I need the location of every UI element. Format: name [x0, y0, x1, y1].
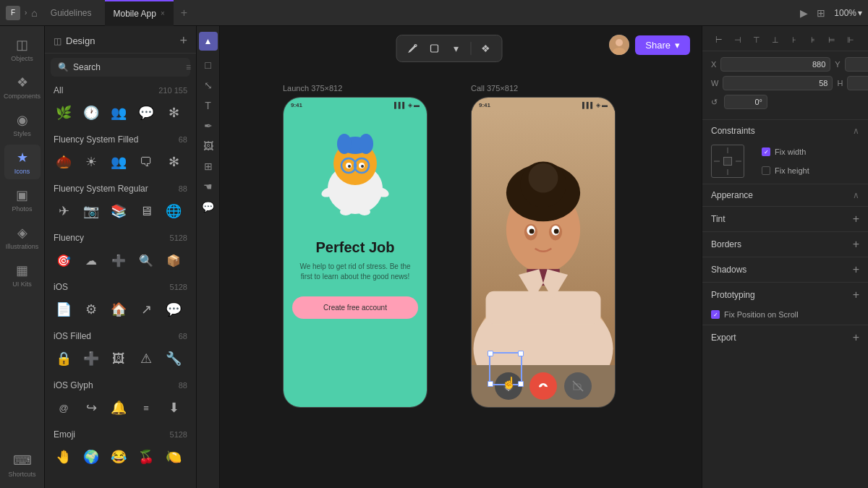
icon-cell[interactable]: 🖼	[106, 346, 132, 372]
text-tool[interactable]: T	[202, 97, 214, 114]
icon-cell[interactable]: 🕐	[78, 100, 104, 126]
zoom-control[interactable]: 100% ▾	[834, 8, 862, 18]
icon-cell[interactable]: 🏠	[106, 296, 132, 322]
y-input[interactable]	[845, 57, 868, 72]
tab-guidelines[interactable]: Guidelines	[42, 0, 101, 26]
align-right-button[interactable]: ⊤	[749, 32, 765, 48]
icon-cell[interactable]: ☀	[78, 149, 104, 175]
icon-cell[interactable]: 🔒	[51, 346, 77, 372]
icon-cell[interactable]: 🎯	[51, 247, 77, 273]
component-button[interactable]: ❖	[476, 38, 496, 59]
fix-height-checkbox[interactable]	[762, 166, 770, 175]
shadows-add-icon[interactable]: +	[853, 263, 859, 276]
icon-cell[interactable]: 👥	[106, 149, 132, 175]
scale-tool[interactable]: ⤡	[201, 77, 216, 94]
shadows-section-header[interactable]: Shadows +	[702, 257, 868, 282]
distribute-h-button[interactable]: ⊥	[767, 32, 783, 48]
icon-cell[interactable]: ↪	[78, 395, 104, 421]
add-tab-button[interactable]: +	[178, 7, 190, 20]
camera-off-button[interactable]	[564, 372, 592, 400]
icon-cell[interactable]: ✻	[161, 149, 187, 175]
align-top-button[interactable]: ⊦	[786, 32, 802, 48]
borders-add-icon[interactable]: +	[853, 238, 859, 251]
w-input[interactable]	[723, 76, 833, 90]
comment-tool[interactable]: 💬	[199, 198, 217, 215]
icon-cell[interactable]: 📷	[78, 198, 104, 224]
icon-cell[interactable]: 🖥	[133, 198, 159, 224]
image-tool[interactable]: 🖼	[200, 137, 216, 155]
x-input[interactable]	[720, 57, 830, 72]
prototyping-section-header[interactable]: Prototyping +	[702, 282, 868, 307]
icon-cell[interactable]: 🌍	[78, 444, 104, 470]
icon-cell[interactable]: 🗨	[133, 149, 159, 175]
search-input[interactable]	[73, 62, 182, 72]
home-icon[interactable]: ⌂	[31, 7, 37, 19]
icon-cell[interactable]: @	[51, 395, 77, 421]
launch-phone-frame[interactable]: 9:41 ▌▌▌ ◈ ▬	[283, 97, 427, 408]
tint-section-header[interactable]: Tint +	[702, 206, 868, 231]
icon-cell[interactable]: 🤚	[51, 444, 77, 470]
icon-cell[interactable]: ☁	[78, 247, 104, 273]
constraints-section-header[interactable]: Constraints ∧	[702, 120, 868, 142]
icon-cell[interactable]: 💬	[161, 296, 187, 322]
align-left-button[interactable]: ⊢	[711, 32, 727, 48]
grid-icon[interactable]: ⊞	[817, 7, 825, 19]
hand-tool[interactable]: ☚	[200, 178, 216, 195]
play-icon[interactable]: ▶	[800, 7, 808, 19]
sidebar-item-shortcuts[interactable]: ⌨ Shortcuts	[4, 448, 41, 482]
icon-cell[interactable]: 👥	[106, 100, 132, 126]
icon-cell[interactable]: 📦	[161, 247, 187, 273]
fix-width-checkbox[interactable]: ✓	[762, 147, 770, 156]
call-phone-frame[interactable]: ☝ 9:41 ▌▌▌ ◈ ▬ ‹	[471, 97, 616, 408]
grid-tool[interactable]: ⊞	[201, 158, 216, 175]
icon-cell[interactable]: ⬇	[161, 395, 187, 421]
icon-cell[interactable]: 🌰	[51, 149, 77, 175]
icon-cell[interactable]: 🔧	[161, 346, 187, 372]
icon-cell[interactable]: 📚	[106, 198, 132, 224]
select-tool[interactable]: ▲	[199, 32, 218, 51]
close-tab-icon[interactable]: ×	[161, 9, 165, 17]
search-clear-icon[interactable]: ≡	[186, 62, 191, 72]
borders-section-header[interactable]: Borders +	[702, 231, 868, 257]
icon-cell[interactable]: 🍋	[161, 444, 187, 470]
sidebar-item-icons[interactable]: ★ Icons	[4, 145, 41, 179]
align-center-h-button[interactable]: ⊣	[730, 32, 746, 48]
distribute-v-button[interactable]: ⊩	[843, 32, 859, 48]
icon-cell[interactable]: ↗	[133, 296, 159, 322]
end-call-button[interactable]	[529, 372, 557, 400]
icon-cell[interactable]: 📄	[51, 296, 77, 322]
share-button[interactable]: Share ▾	[635, 35, 690, 55]
appearance-section-header[interactable]: Apperance ∧	[702, 184, 868, 206]
icon-cell[interactable]: 💬	[133, 100, 159, 126]
icon-cell[interactable]: 🌐	[161, 198, 187, 224]
align-bottom-button[interactable]: ⊨	[824, 32, 840, 48]
icon-cell[interactable]: ➕	[78, 346, 104, 372]
icon-cell[interactable]: ⚠	[133, 346, 159, 372]
launch-cta-button[interactable]: Create free account	[292, 296, 418, 319]
h-input[interactable]	[847, 76, 868, 90]
frame-tool[interactable]: □	[202, 56, 213, 74]
icon-cell[interactable]: 🔍	[133, 247, 159, 273]
app-logo[interactable]: F	[6, 6, 20, 20]
icon-cell[interactable]: ⚙	[78, 296, 104, 322]
align-center-v-button[interactable]: ⊧	[805, 32, 821, 48]
add-design-button[interactable]: +	[179, 33, 187, 48]
icon-cell[interactable]: ➕	[106, 247, 132, 273]
sidebar-item-illustrations[interactable]: ◈ Illustrations	[4, 220, 41, 254]
sidebar-item-styles[interactable]: ◉ Styles	[4, 107, 41, 142]
angle-input[interactable]	[724, 95, 767, 109]
pen-button[interactable]	[403, 38, 423, 59]
icon-cell[interactable]: ✈	[51, 198, 77, 224]
tint-add-icon[interactable]: +	[853, 213, 859, 226]
sidebar-item-uikits[interactable]: ▦ UI Kits	[4, 257, 41, 292]
frame-picker-button[interactable]	[425, 38, 445, 59]
icon-cell[interactable]: ✻	[161, 100, 187, 126]
sidebar-item-components[interactable]: ❖ Components	[4, 69, 41, 104]
icon-cell[interactable]: 😂	[106, 444, 132, 470]
sidebar-item-photos[interactable]: ▣ Photos	[4, 182, 41, 217]
icon-cell[interactable]: 🔔	[106, 395, 132, 421]
icon-cell[interactable]: 🍒	[133, 444, 159, 470]
icon-cell[interactable]: 🌿	[51, 100, 77, 126]
tab-mobile-app[interactable]: Mobile App ×	[105, 0, 174, 26]
sidebar-item-objects[interactable]: ◫ Objects	[4, 32, 41, 67]
